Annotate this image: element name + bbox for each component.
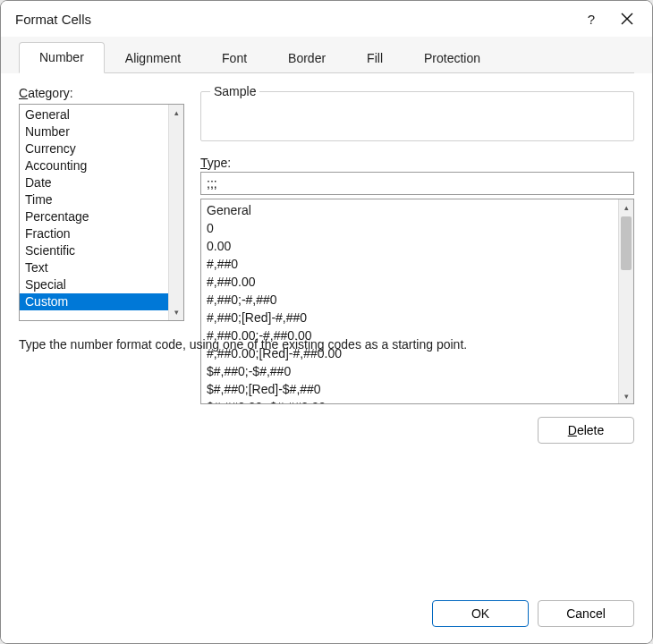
list-item[interactable]: #,##0	[201, 255, 618, 273]
tab-font[interactable]: Font	[201, 43, 267, 73]
list-item[interactable]: Number	[20, 123, 168, 140]
help-text: Type the number format code, using one o…	[19, 321, 634, 352]
tab-fill[interactable]: Fill	[346, 43, 403, 73]
dialog-footer: OK Cancel	[1, 586, 652, 643]
list-item[interactable]: Special	[20, 276, 168, 293]
list-item[interactable]: Scientific	[20, 242, 168, 259]
help-button[interactable]: ?	[573, 4, 609, 33]
dialog-title: Format Cells	[15, 12, 573, 27]
tab-label: Font	[222, 51, 247, 65]
tab-label: Number	[39, 50, 84, 64]
list-item[interactable]: 0.00	[201, 237, 618, 255]
scroll-up-icon[interactable]: ▴	[169, 105, 183, 120]
format-codes-scrollbar[interactable]: ▴ ▾	[618, 199, 633, 403]
help-icon: ?	[588, 12, 595, 27]
cancel-button[interactable]: Cancel	[538, 600, 634, 627]
category-label-accel: C	[19, 86, 28, 100]
list-item[interactable]: Percentage	[20, 208, 168, 225]
scroll-thumb[interactable]	[621, 216, 632, 270]
format-cells-dialog: Format Cells ? Number Alignment Font Bor…	[0, 0, 653, 644]
category-scrollbar[interactable]: ▴ ▾	[168, 105, 183, 320]
list-item[interactable]: Fraction	[20, 225, 168, 242]
tabstrip: Number Alignment Font Border Fill Protec…	[19, 42, 634, 73]
category-list: General Number Currency Accounting Date …	[20, 105, 168, 320]
scroll-track[interactable]	[619, 215, 633, 388]
list-item[interactable]: Text	[20, 259, 168, 276]
cancel-label: Cancel	[566, 606, 606, 621]
list-item[interactable]: Date	[20, 174, 168, 191]
close-icon	[621, 13, 633, 25]
scroll-up-icon[interactable]: ▴	[619, 199, 633, 215]
tab-label: Protection	[424, 51, 480, 65]
type-label-accel: T	[200, 156, 208, 170]
type-label-rest: ype:	[208, 156, 231, 170]
list-item[interactable]: General	[201, 201, 618, 219]
tab-label: Border	[288, 51, 326, 65]
tab-number[interactable]: Number	[19, 42, 105, 73]
category-label: Category:	[19, 86, 184, 100]
list-item[interactable]: #,##0;-#,##0	[201, 291, 618, 309]
titlebar: Format Cells ?	[1, 1, 652, 37]
close-button[interactable]	[609, 4, 645, 33]
scroll-down-icon[interactable]: ▾	[169, 305, 183, 320]
type-label: Type:	[200, 156, 634, 170]
tab-border[interactable]: Border	[267, 43, 346, 73]
sample-legend: Sample	[210, 84, 259, 98]
list-item[interactable]: #,##0.00	[201, 273, 618, 291]
scroll-track[interactable]	[169, 120, 183, 305]
details-column: Sample Type: General 0 0.00 #,##0 #,##0.…	[200, 86, 634, 321]
category-listbox[interactable]: General Number Currency Accounting Date …	[19, 104, 184, 321]
ok-label: OK	[471, 606, 489, 621]
tab-alignment[interactable]: Alignment	[105, 43, 201, 73]
sample-group: Sample	[200, 91, 634, 141]
tabstrip-container: Number Alignment Font Border Fill Protec…	[1, 37, 652, 73]
content-row: Category: General Number Currency Accoun…	[19, 86, 634, 321]
list-item[interactable]: Currency	[20, 140, 168, 157]
type-input[interactable]	[200, 172, 634, 195]
list-item[interactable]: General	[20, 106, 168, 123]
list-item[interactable]: Time	[20, 191, 168, 208]
tab-protection[interactable]: Protection	[403, 43, 501, 73]
list-item[interactable]: 0	[201, 219, 618, 237]
list-item[interactable]: Accounting	[20, 157, 168, 174]
list-item[interactable]: Custom	[20, 293, 168, 310]
tab-label: Fill	[367, 51, 383, 65]
category-column: Category: General Number Currency Accoun…	[19, 86, 184, 321]
tab-panel-number: Category: General Number Currency Accoun…	[1, 73, 652, 586]
ok-button[interactable]: OK	[432, 600, 529, 627]
category-label-rest: ategory:	[28, 86, 73, 100]
tab-label: Alignment	[125, 51, 181, 65]
